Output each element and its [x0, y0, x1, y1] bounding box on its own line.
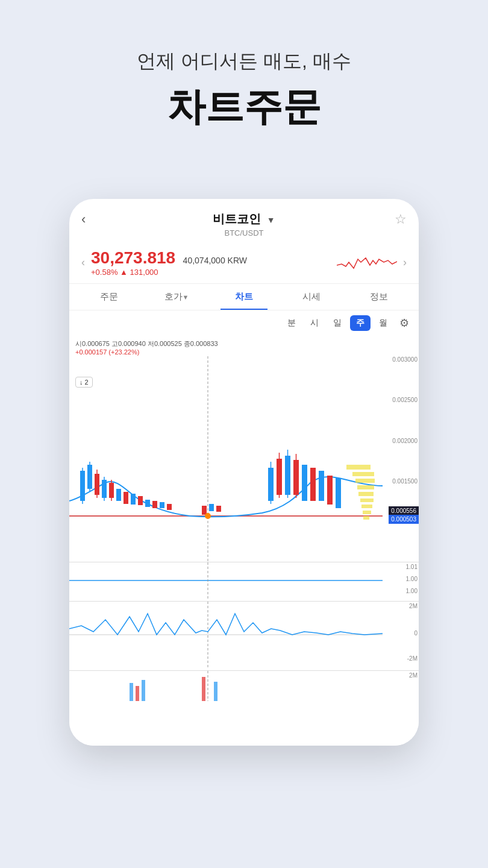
svg-rect-40	[302, 465, 307, 501]
svg-rect-31	[216, 506, 221, 512]
tab-market[interactable]: 시세	[278, 284, 345, 310]
coin-header: ‹ 비트코인 ▼ ☆ BTC/USDT	[69, 199, 419, 237]
ohlc-close-label: 종	[184, 340, 190, 347]
ohlc-open-label: 시	[75, 340, 82, 347]
svg-rect-43	[327, 476, 333, 505]
ohlc-close-val: 0.000833	[190, 340, 218, 347]
ohlc-high-val: 0.000940	[118, 340, 148, 347]
page-title: 차트주문	[0, 81, 488, 133]
svg-rect-6	[358, 492, 374, 496]
ohlc-low-val: 0.000525	[154, 340, 184, 347]
svg-rect-51	[130, 683, 133, 701]
svg-rect-9	[363, 511, 371, 514]
subtitle: 언제 어디서든 매도, 매수	[0, 48, 488, 75]
svg-rect-26	[152, 501, 157, 508]
svg-rect-4	[355, 479, 375, 483]
tab-bar: 주문 호가▼ 차트 시세 정보	[69, 284, 419, 310]
time-btn-month[interactable]: 월	[373, 315, 393, 331]
y-label-3: 0.002000	[392, 438, 418, 444]
price-section: ‹ 30,273.818 40,074,000 KRW +0.58% ▲ 131…	[69, 244, 419, 284]
y-label-2: 0.002500	[392, 397, 418, 403]
svg-rect-22	[124, 492, 128, 504]
time-btn-hour[interactable]: 시	[304, 315, 325, 331]
tab-orderbook[interactable]: 호가▼	[143, 284, 210, 310]
indicator-badge[interactable]: ↓ 2	[75, 377, 93, 388]
svg-rect-25	[145, 500, 150, 507]
time-btn-min[interactable]: 분	[281, 315, 302, 331]
y-label-1: 0.003000	[392, 356, 418, 363]
ohlc-open-val: 0.000675	[82, 340, 111, 347]
y-axis-main: 0.003000 0.002500 0.002000 0.001500 0.00…	[392, 356, 418, 525]
ind2-label-top: 2M	[409, 603, 418, 609]
tab-info[interactable]: 정보	[345, 284, 413, 310]
ind2-label-mid: 0	[414, 630, 418, 637]
svg-rect-44	[336, 478, 341, 508]
second-price-label: 0.000503	[389, 515, 419, 524]
svg-rect-23	[131, 494, 136, 505]
price-info: 30,273.818 40,074,000 KRW +0.58% ▲ 131,0…	[91, 248, 331, 277]
badge-label: ↓ 2	[80, 379, 89, 386]
svg-rect-8	[361, 505, 372, 508]
time-btn-day[interactable]: 일	[327, 315, 348, 331]
time-btn-week[interactable]: 주	[350, 315, 371, 331]
back-button[interactable]: ‹	[81, 212, 86, 227]
svg-rect-5	[357, 485, 374, 489]
ohlc-change: +0.000157 (+23.22%)	[75, 348, 139, 356]
dropdown-arrow[interactable]: ▼	[267, 215, 275, 225]
candlestick-chart	[69, 356, 383, 561]
favorite-button[interactable]: ☆	[395, 212, 407, 227]
svg-rect-21	[116, 489, 121, 501]
svg-rect-55	[214, 682, 217, 701]
next-coin-button[interactable]: ›	[403, 256, 407, 269]
svg-rect-52	[136, 686, 139, 701]
prev-coin-button[interactable]: ‹	[81, 256, 85, 269]
svg-point-45	[205, 513, 211, 519]
tab-order[interactable]: 주문	[75, 284, 143, 310]
coin-name: 비트코인 ▼	[213, 211, 275, 227]
tab-chart[interactable]: 차트	[210, 284, 278, 310]
svg-rect-28	[167, 504, 172, 510]
svg-rect-42	[319, 471, 324, 501]
svg-rect-10	[363, 516, 369, 520]
ind3-label: 2M	[409, 672, 418, 679]
ohlc-high-label: 고	[111, 340, 118, 347]
y-label-4: 0.001500	[392, 478, 418, 485]
svg-rect-3	[352, 472, 374, 476]
svg-rect-30	[209, 504, 214, 511]
svg-rect-2	[346, 465, 371, 470]
ohlc-low-label: 저	[148, 340, 154, 347]
indicator-chart-2	[69, 602, 383, 668]
ind1-label-bot: 1.00	[406, 588, 418, 594]
svg-rect-29	[202, 506, 207, 515]
phone-mockup: ‹ 비트코인 ▼ ☆ BTC/USDT ‹ 30,273.818 40,074,…	[69, 199, 419, 746]
chart-settings-icon[interactable]: ⚙	[399, 316, 409, 330]
svg-rect-54	[202, 677, 205, 701]
ind1-label-top: 1.01	[406, 564, 418, 570]
svg-rect-7	[360, 498, 374, 502]
svg-rect-53	[142, 680, 145, 701]
price-krw: 40,074,000 KRW	[183, 256, 247, 265]
ind1-label-mid: 1.00	[406, 576, 418, 582]
current-price-label: 0.000556	[389, 506, 419, 515]
mini-chart	[337, 247, 397, 277]
price-change: +0.58% ▲ 131,000	[91, 268, 331, 277]
chart-area[interactable]: 시0.000675 고0.000940 저0.000525 종0.000833 …	[69, 336, 419, 746]
chart-controls: 분 시 일 주 월 ⚙	[69, 310, 419, 336]
svg-rect-41	[310, 468, 316, 501]
ind2-label-bot: -2M	[407, 655, 418, 662]
price-main: 30,273.818	[91, 248, 175, 267]
indicator-chart-1	[69, 562, 383, 599]
top-section: 언제 어디서든 매도, 매수 차트주문	[0, 0, 488, 157]
indicator-chart-3	[69, 671, 383, 701]
svg-rect-24	[138, 496, 143, 505]
coin-pair: BTC/USDT	[81, 228, 407, 237]
svg-rect-27	[160, 502, 164, 508]
ohlc-info: 시0.000675 고0.000940 저0.000525 종0.000833 …	[75, 339, 218, 356]
